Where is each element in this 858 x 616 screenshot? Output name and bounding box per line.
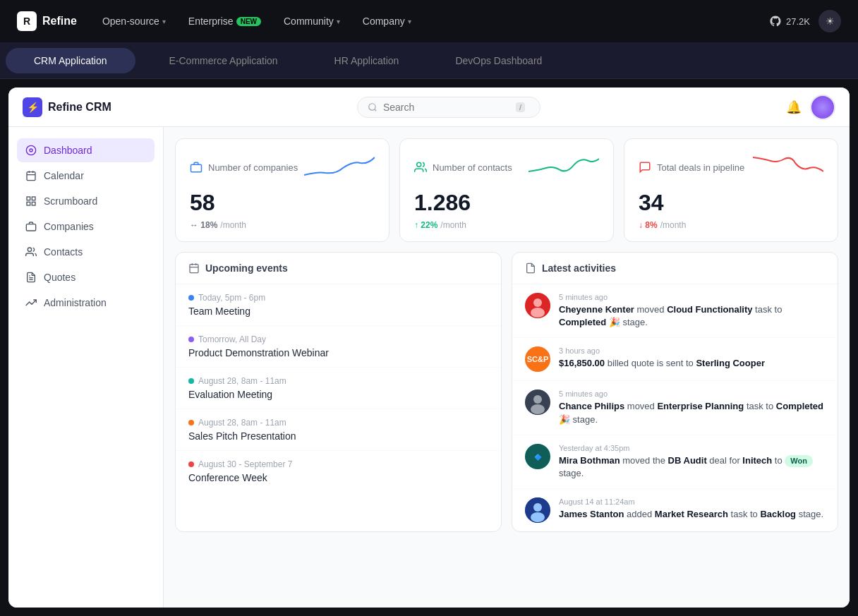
nav-company[interactable]: Company ▾: [354, 11, 420, 31]
svg-point-30: [533, 503, 542, 512]
stat-value-contacts: 1.286: [414, 190, 599, 216]
top-nav: R Refine Open-source ▾ Enterprise NEW Co…: [0, 0, 858, 42]
svg-point-12: [28, 248, 31, 251]
crm-brand: ⚡ Refine CRM: [23, 97, 111, 117]
quotes-icon: [25, 272, 37, 283]
new-badge: NEW: [236, 17, 261, 26]
contacts-icon: [25, 246, 37, 258]
event-time-0: Today, 5pm - 6pm: [188, 293, 488, 303]
activities-panel: Latest activities 5 minutes ago: [512, 252, 838, 532]
activity-avatar-0: [525, 293, 550, 318]
crm-topbar: ⚡ Refine CRM / 🔔: [8, 87, 850, 127]
svg-rect-9: [32, 202, 35, 205]
avatar-img-2: [525, 389, 550, 415]
event-dot-1: [188, 337, 194, 342]
activity-item-4: August 14 at 11:24am James Stanton added…: [512, 489, 838, 531]
deals-stat-icon: [639, 161, 651, 174]
stat-period-deals: /month: [660, 220, 687, 230]
svg-rect-3: [27, 172, 35, 181]
svg-point-25: [533, 395, 542, 404]
event-time-4: August 30 - September 7: [188, 459, 488, 469]
tab-devops[interactable]: DevOps Dashboard: [427, 42, 570, 79]
sidebar-item-administration[interactable]: Administration: [17, 291, 155, 315]
stat-card-contacts: Number of contacts 1.286 ↑ 22% /month: [399, 138, 614, 242]
nav-enterprise[interactable]: Enterprise NEW: [180, 11, 270, 31]
stat-change-contacts: ↑ 22%: [414, 220, 437, 230]
sidebar-label-calendar: Calendar: [44, 170, 84, 181]
administration-icon: [25, 297, 37, 308]
svg-point-31: [531, 512, 545, 522]
svg-rect-15: [191, 164, 202, 172]
tab-ecommerce[interactable]: E-Commerce Application: [141, 42, 306, 79]
theme-toggle-button[interactable]: ☀: [818, 10, 841, 32]
stat-card-header-deals: Total deals in pipeline: [639, 150, 823, 184]
activity-item-3: 🔷 Yesterday at 4:35pm Mira Bothman moved…: [512, 435, 838, 490]
sidebar-item-scrumboard[interactable]: Scrumboard: [17, 189, 155, 213]
initech-logo: 🔷: [525, 444, 550, 469]
crm-topbar-right: 🔔: [786, 95, 835, 120]
companies-stat-icon: [190, 161, 203, 174]
stat-value-companies: 58: [190, 190, 375, 216]
svg-point-26: [531, 404, 545, 414]
search-input[interactable]: [383, 102, 510, 113]
event-name-3: Sales Pitch Presentation: [188, 430, 488, 442]
event-name-2: Evaluation Meeting: [188, 389, 488, 400]
stat-footer-deals: ↓ 8% /month: [639, 220, 823, 230]
stat-card-header: Number of companies: [190, 150, 375, 184]
crm-search-bar[interactable]: /: [357, 97, 540, 118]
stat-change-deals: ↓ 8%: [639, 220, 658, 230]
nav-community[interactable]: Community ▾: [275, 11, 349, 31]
contacts-stat-icon: [414, 161, 427, 174]
logo-text: Refine: [42, 15, 77, 28]
sidebar-item-calendar[interactable]: Calendar: [17, 164, 155, 188]
stat-footer-contacts: ↑ 22% /month: [414, 220, 599, 230]
activity-avatar-1: SC&P: [525, 346, 550, 372]
svg-point-2: [30, 149, 32, 152]
stat-value-deals: 34: [639, 190, 823, 216]
sidebar-label-dashboard: Dashboard: [44, 145, 92, 156]
event-item-3: August 28, 8am - 11am Sales Pitch Presen…: [176, 409, 501, 451]
sidebar-item-dashboard[interactable]: Dashboard: [17, 138, 155, 162]
user-avatar[interactable]: [810, 95, 835, 120]
stat-footer-companies: ↔ 18% /month: [190, 220, 375, 230]
sidebar-label-scrumboard: Scrumboard: [44, 195, 97, 207]
event-item-4: August 30 - September 7 Conference Week: [176, 451, 501, 492]
event-name-4: Conference Week: [188, 472, 488, 483]
activity-avatar-4: [525, 497, 550, 523]
app-tabs: CRM Application E-Commerce Application H…: [0, 42, 858, 79]
event-item-1: Tomorrow, All Day Product Demonstration …: [176, 326, 501, 368]
search-shortcut: /: [516, 102, 525, 112]
chevron-icon: ▾: [162, 18, 166, 25]
avatar-img-4: [525, 497, 550, 523]
dashboard-icon: [25, 145, 37, 156]
activity-item-0: 5 minutes ago Cheyenne Kenter moved Clou…: [512, 284, 838, 338]
github-button[interactable]: 27.2K: [769, 15, 810, 28]
search-icon: [368, 102, 377, 112]
sidebar-item-contacts[interactable]: Contacts: [17, 240, 155, 264]
events-panel-header: Upcoming events: [176, 253, 501, 284]
activity-time-1: 3 hours ago: [559, 346, 825, 355]
svg-rect-17: [190, 265, 198, 273]
activities-panel-title: Latest activities: [542, 262, 616, 274]
sidebar-item-companies[interactable]: Companies: [17, 215, 155, 238]
tab-hr[interactable]: HR Application: [306, 42, 428, 79]
activity-item-2: 5 minutes ago Chance Philips moved Enter…: [512, 381, 838, 435]
scrumboard-icon: [25, 195, 37, 207]
stat-label-contacts: Number of contacts: [433, 162, 512, 173]
event-name-1: Product Demonstration Webinar: [188, 347, 488, 358]
event-time-3: August 28, 8am - 11am: [188, 418, 488, 428]
stat-label-companies: Number of companies: [208, 162, 298, 173]
contacts-chart: [528, 150, 599, 182]
tab-crm[interactable]: CRM Application: [6, 48, 135, 73]
nav-open-source[interactable]: Open-source ▾: [94, 11, 174, 31]
activity-text-3: Mira Bothman moved the DB Audit deal for…: [559, 454, 825, 481]
activities-panel-header: Latest activities: [512, 253, 838, 284]
event-item-0: Today, 5pm - 6pm Team Meeting: [176, 284, 501, 326]
activity-item-1: SC&P 3 hours ago $16,850.00 billed quote…: [512, 338, 838, 381]
won-badge: Won: [785, 455, 813, 467]
sidebar-item-quotes[interactable]: Quotes: [17, 265, 155, 289]
activity-time-2: 5 minutes ago: [559, 389, 825, 398]
notifications-button[interactable]: 🔔: [786, 99, 802, 115]
event-dot-4: [188, 461, 194, 467]
event-dot-3: [188, 420, 194, 425]
